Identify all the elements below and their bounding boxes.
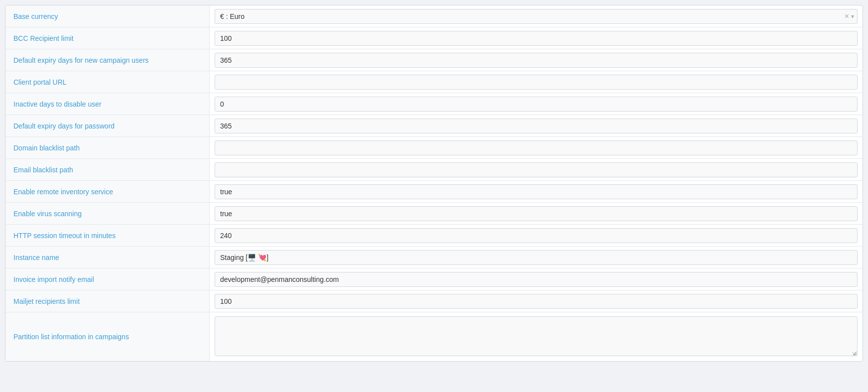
settings-row-mailjet-recipients-limit: Mailjet recipients limit — [5, 290, 863, 312]
label-email-blacklist-path: Email blacklist path — [5, 159, 210, 180]
settings-row-partition-list-information-campaigns: Partition list information in campaigns⇲ — [5, 312, 863, 361]
input-inactive-days-disable-user[interactable] — [215, 97, 858, 112]
settings-row-client-portal-url: Client portal URL — [5, 71, 863, 93]
select-value-base-currency: € : Euro — [215, 9, 842, 23]
label-invoice-import-notify-email: Invoice import notify email — [5, 268, 210, 290]
input-enable-remote-inventory-service[interactable] — [215, 184, 858, 199]
settings-row-default-expiry-days-password: Default expiry days for password — [5, 115, 863, 137]
label-instance-name: Instance name — [5, 247, 210, 268]
settings-row-http-session-timeout: HTTP session timeout in minutes — [5, 225, 863, 247]
input-bcc-recipient-limit[interactable] — [215, 31, 858, 46]
label-enable-virus-scanning: Enable virus scanning — [5, 203, 210, 224]
input-http-session-timeout[interactable] — [215, 228, 858, 243]
label-partition-list-information-campaigns: Partition list information in campaigns — [5, 312, 210, 361]
textarea-wrapper-partition-list-information-campaigns: ⇲ — [215, 316, 858, 358]
select-base-currency[interactable]: € : Euro×▾ — [215, 9, 858, 24]
textarea-partition-list-information-campaigns[interactable] — [215, 316, 858, 356]
resize-icon: ⇲ — [852, 351, 857, 357]
input-email-blacklist-path[interactable] — [215, 162, 858, 177]
label-default-expiry-days-campaign: Default expiry days for new campaign use… — [5, 49, 210, 71]
label-bcc-recipient-limit: BCC Recipient limit — [5, 27, 210, 49]
input-default-expiry-days-password[interactable] — [215, 119, 858, 133]
select-dropdown-icon[interactable]: ▾ — [851, 13, 854, 20]
settings-row-enable-virus-scanning: Enable virus scanning — [5, 203, 863, 225]
settings-row-domain-blacklist-path: Domain blacklist path — [5, 137, 863, 159]
input-default-expiry-days-campaign[interactable] — [215, 53, 858, 68]
input-instance-name[interactable] — [215, 250, 858, 265]
settings-row-base-currency: Base currency€ : Euro×▾ — [5, 5, 863, 27]
select-clear-icon[interactable]: × — [845, 12, 849, 21]
label-enable-remote-inventory-service: Enable remote inventory service — [5, 181, 210, 202]
label-default-expiry-days-password: Default expiry days for password — [5, 115, 210, 136]
settings-row-default-expiry-days-campaign: Default expiry days for new campaign use… — [5, 49, 863, 71]
input-domain-blacklist-path[interactable] — [215, 140, 858, 155]
input-mailjet-recipients-limit[interactable] — [215, 294, 858, 309]
input-enable-virus-scanning[interactable] — [215, 206, 858, 221]
input-invoice-import-notify-email[interactable] — [215, 272, 858, 287]
label-domain-blacklist-path: Domain blacklist path — [5, 137, 210, 158]
settings-row-instance-name: Instance name — [5, 247, 863, 268]
label-mailjet-recipients-limit: Mailjet recipients limit — [5, 290, 210, 312]
settings-row-bcc-recipient-limit: BCC Recipient limit — [5, 27, 863, 49]
label-inactive-days-disable-user: Inactive days to disable user — [5, 93, 210, 115]
settings-row-enable-remote-inventory-service: Enable remote inventory service — [5, 181, 863, 203]
settings-table: Base currency€ : Euro×▾BCC Recipient lim… — [5, 5, 863, 362]
settings-row-invoice-import-notify-email: Invoice import notify email — [5, 268, 863, 290]
label-client-portal-url: Client portal URL — [5, 71, 210, 93]
settings-row-inactive-days-disable-user: Inactive days to disable user — [5, 93, 863, 115]
label-http-session-timeout: HTTP session timeout in minutes — [5, 225, 210, 246]
settings-row-email-blacklist-path: Email blacklist path — [5, 159, 863, 181]
label-base-currency: Base currency — [5, 5, 210, 27]
input-client-portal-url[interactable] — [215, 75, 858, 90]
